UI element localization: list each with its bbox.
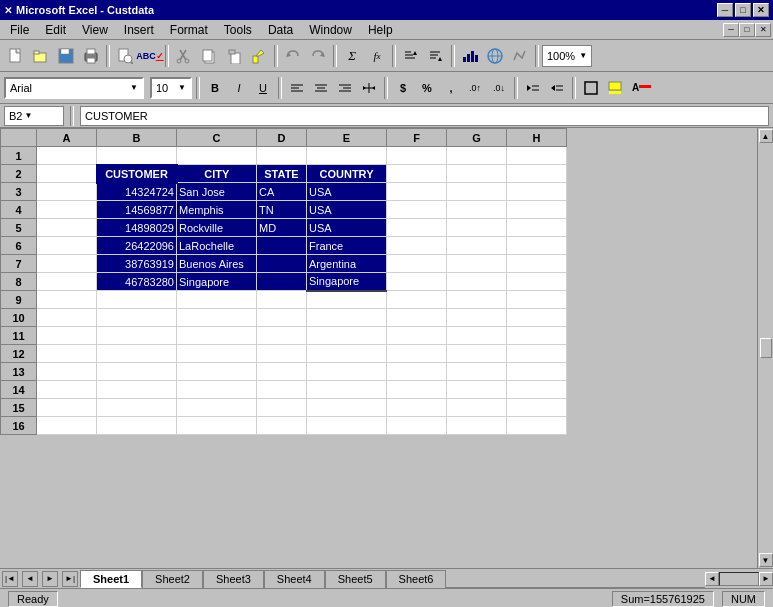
cell-C7[interactable]: Buenos Aires: [177, 255, 257, 273]
app-restore-button[interactable]: □: [739, 23, 755, 37]
cell-A4[interactable]: [37, 201, 97, 219]
row-num-16[interactable]: 16: [1, 417, 37, 435]
row-num-13[interactable]: 13: [1, 363, 37, 381]
row-num-12[interactable]: 12: [1, 345, 37, 363]
cell-D6[interactable]: [257, 237, 307, 255]
cell-F4[interactable]: [387, 201, 447, 219]
cell-H2[interactable]: [507, 165, 567, 183]
cell-E6[interactable]: France: [307, 237, 387, 255]
cell-A8[interactable]: [37, 273, 97, 291]
cell-E7[interactable]: Argentina: [307, 255, 387, 273]
cell-G1[interactable]: [447, 147, 507, 165]
cell-F8[interactable]: [387, 273, 447, 291]
increase-indent-button[interactable]: [522, 77, 544, 99]
sort-desc-button[interactable]: [424, 44, 448, 68]
italic-button[interactable]: I: [228, 77, 250, 99]
paste-button[interactable]: [222, 44, 246, 68]
cell-A1[interactable]: [37, 147, 97, 165]
cell-E8[interactable]: Singapore: [307, 273, 387, 291]
col-header-B[interactable]: B: [97, 129, 177, 147]
sum-button[interactable]: Σ: [340, 44, 364, 68]
cell-E2[interactable]: COUNTRY: [307, 165, 387, 183]
cell-C8[interactable]: Singapore: [177, 273, 257, 291]
cell-A2[interactable]: [37, 165, 97, 183]
cell-G5[interactable]: [447, 219, 507, 237]
menu-tools[interactable]: Tools: [216, 20, 260, 39]
formula-content-box[interactable]: CUSTOMER: [80, 106, 769, 126]
menu-insert[interactable]: Insert: [116, 20, 162, 39]
cell-E4[interactable]: USA: [307, 201, 387, 219]
copy-button[interactable]: [197, 44, 221, 68]
merge-center-button[interactable]: [358, 77, 380, 99]
h-scroll-track[interactable]: [719, 572, 759, 586]
cell-D2[interactable]: STATE: [257, 165, 307, 183]
cell-G8[interactable]: [447, 273, 507, 291]
bold-button[interactable]: B: [204, 77, 226, 99]
sort-asc-button[interactable]: [399, 44, 423, 68]
menu-view[interactable]: View: [74, 20, 116, 39]
cell-F6[interactable]: [387, 237, 447, 255]
tab-nav-first[interactable]: |◄: [2, 571, 18, 587]
cell-H4[interactable]: [507, 201, 567, 219]
cell-F2[interactable]: [387, 165, 447, 183]
menu-data[interactable]: Data: [260, 20, 301, 39]
row-num-3[interactable]: 3: [1, 183, 37, 201]
tab-nav-next[interactable]: ►: [42, 571, 58, 587]
col-header-H[interactable]: H: [507, 129, 567, 147]
align-center-button[interactable]: [310, 77, 332, 99]
row-num-7[interactable]: 7: [1, 255, 37, 273]
menu-format[interactable]: Format: [162, 20, 216, 39]
h-scroll-right[interactable]: ►: [759, 572, 773, 586]
menu-window[interactable]: Window: [301, 20, 360, 39]
sheet-tab-Sheet4[interactable]: Sheet4: [264, 570, 325, 588]
cell-G6[interactable]: [447, 237, 507, 255]
cell-H1[interactable]: [507, 147, 567, 165]
cell-A3[interactable]: [37, 183, 97, 201]
cell-D7[interactable]: [257, 255, 307, 273]
sheet-tab-Sheet3[interactable]: Sheet3: [203, 570, 264, 588]
new-button[interactable]: [4, 44, 28, 68]
chart-button[interactable]: [458, 44, 482, 68]
percent-button[interactable]: %: [416, 77, 438, 99]
menu-file[interactable]: File: [2, 20, 37, 39]
row-num-9[interactable]: 9: [1, 291, 37, 309]
maximize-button[interactable]: □: [735, 3, 751, 17]
cell-F5[interactable]: [387, 219, 447, 237]
app-minimize-button[interactable]: ─: [723, 23, 739, 37]
close-button[interactable]: ✕: [753, 3, 769, 17]
cell-B1[interactable]: [97, 147, 177, 165]
row-num-11[interactable]: 11: [1, 327, 37, 345]
cell-B8[interactable]: 46783280: [97, 273, 177, 291]
cell-D4[interactable]: TN: [257, 201, 307, 219]
scroll-down-button[interactable]: ▼: [759, 553, 773, 567]
cell-G3[interactable]: [447, 183, 507, 201]
cut-button[interactable]: [172, 44, 196, 68]
h-scroll-left[interactable]: ◄: [705, 572, 719, 586]
open-button[interactable]: [29, 44, 53, 68]
undo-button[interactable]: [281, 44, 305, 68]
function-button[interactable]: fx: [365, 44, 389, 68]
col-header-C[interactable]: C: [177, 129, 257, 147]
cell-G2[interactable]: [447, 165, 507, 183]
cell-G7[interactable]: [447, 255, 507, 273]
border-button[interactable]: [580, 77, 602, 99]
font-size-dropdown[interactable]: 10 ▼: [150, 77, 192, 99]
row-num-8[interactable]: 8: [1, 273, 37, 291]
cell-B3[interactable]: 14324724: [97, 183, 177, 201]
decrease-indent-button[interactable]: [546, 77, 568, 99]
cell-H3[interactable]: [507, 183, 567, 201]
cell-C3[interactable]: San Jose: [177, 183, 257, 201]
row-num-1[interactable]: 1: [1, 147, 37, 165]
map-button[interactable]: [483, 44, 507, 68]
app-close-button[interactable]: ✕: [755, 23, 771, 37]
print-button[interactable]: [79, 44, 103, 68]
cell-D1[interactable]: [257, 147, 307, 165]
cell-A6[interactable]: [37, 237, 97, 255]
cell-reference-box[interactable]: B2 ▼: [4, 106, 64, 126]
cell-A5[interactable]: [37, 219, 97, 237]
cell-B7[interactable]: 38763919: [97, 255, 177, 273]
sheet-tab-Sheet5[interactable]: Sheet5: [325, 570, 386, 588]
spellcheck-button[interactable]: ABC✓: [138, 44, 162, 68]
cell-D3[interactable]: CA: [257, 183, 307, 201]
format-painter-button[interactable]: [247, 44, 271, 68]
